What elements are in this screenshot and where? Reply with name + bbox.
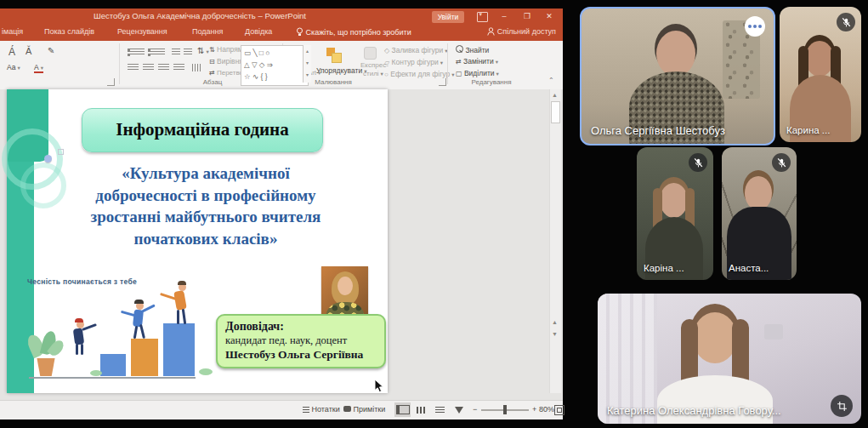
participant-tile-olga[interactable]: Ольга Сергіївна Шестобуз <box>580 7 775 146</box>
tell-me-box[interactable]: Скажіть, що потрібно зробити <box>296 27 411 37</box>
font-dialog-launcher-icon[interactable] <box>107 78 115 86</box>
collapse-ribbon-icon[interactable]: ⌃ <box>548 77 554 84</box>
decor-square <box>58 149 64 155</box>
minimize-button[interactable]: – <box>497 10 511 23</box>
justify-button[interactable] <box>173 64 184 71</box>
participant-name: Каріна ... <box>644 263 684 273</box>
participant-name: Анаста... <box>729 263 769 273</box>
previous-slide-button[interactable]: ▲ <box>549 317 560 328</box>
speaker-degree: кандидат пед. наук, доцент <box>225 334 377 347</box>
sign-in-button[interactable]: Увійти <box>432 11 464 23</box>
grow-font-button[interactable]: А́ <box>9 46 15 58</box>
speaker-info-box[interactable]: Доповідач: кандидат пед. наук, доцент Ше… <box>216 314 386 368</box>
shapes-gallery[interactable]: ▭ ╲ □ ○ △ ▽ ◇ ⇒ ☆ ∿ { } <box>241 45 309 86</box>
tab-review[interactable]: Рецензування <box>117 27 167 36</box>
share-button[interactable]: Спільний доступ <box>487 27 556 36</box>
drawing-dialog-launcher-icon[interactable] <box>439 78 446 86</box>
person-torso <box>173 290 187 311</box>
vertical-scrollbar[interactable] <box>549 89 561 393</box>
shape-fill-button[interactable]: ◇ Заливка фігури <box>384 46 448 54</box>
bullets-button[interactable] <box>128 49 145 56</box>
change-case-button[interactable]: Аа <box>7 63 20 71</box>
zoom-in-button[interactable]: + <box>532 405 536 414</box>
line-spacing-button[interactable]: ⇅ <box>197 46 209 55</box>
slide-subtitle[interactable]: «Культура академічної доброчесності в пр… <box>36 163 376 249</box>
photo-face <box>338 277 353 295</box>
powerpoint-window: Шестобуз Ольга Академічна доброчесність … <box>0 9 563 419</box>
quick-styles-button-line2[interactable]: стилі <box>363 70 383 77</box>
slide-sorter-view-button[interactable] <box>413 402 429 417</box>
fit-slide-to-window-button[interactable] <box>554 405 564 415</box>
reading-view-icon <box>435 407 445 414</box>
participant-tile-karina[interactable]: Каріна ... <box>637 147 713 280</box>
participant-tile-karyna[interactable]: Карина ... <box>780 7 861 142</box>
subtitle-line: «Культура академічної <box>36 163 376 185</box>
arrange-icon-overlay <box>332 53 342 63</box>
normal-view-button[interactable] <box>394 402 411 417</box>
mouse-cursor <box>374 379 384 393</box>
find-button[interactable]: Знайти <box>456 45 489 54</box>
person-arm <box>121 311 135 317</box>
decor-dot <box>44 155 52 163</box>
titlebar[interactable]: Шестобуз Ольга Академічна доброчесність … <box>0 9 563 25</box>
slide-sorter-icon <box>417 407 426 414</box>
slideshow-view-button[interactable] <box>451 402 467 417</box>
shape-outline-button[interactable]: ▱ Контур фігури <box>384 58 443 66</box>
slide-canvas[interactable]: Інформаційна година «Культура академічно… <box>7 89 388 393</box>
speaker-label: Доповідач: <box>225 320 377 334</box>
tab-help[interactable]: Довідка <box>245 27 272 36</box>
search-icon <box>456 45 463 53</box>
font-color-button[interactable]: А <box>34 63 43 73</box>
shrink-font-button[interactable]: А̌ <box>26 46 31 56</box>
zoom-out-button[interactable]: − <box>473 405 477 414</box>
shapes-gallery-scroll[interactable]: ▴▾▾ <box>303 45 311 83</box>
notes-icon <box>303 407 309 414</box>
mic-off-icon <box>689 153 707 172</box>
participant-name: Ольга Сергіївна Шестобуз <box>591 124 725 137</box>
person-cap <box>75 318 83 322</box>
columns-button[interactable] <box>192 64 201 71</box>
person-leg <box>76 344 78 355</box>
person-hair <box>134 300 144 304</box>
comments-button[interactable]: Примітки <box>343 405 385 414</box>
shapes-row[interactable]: ☆ ∿ { } <box>244 71 305 83</box>
align-center-button[interactable] <box>143 64 154 71</box>
person-leg <box>81 344 83 355</box>
normal-view-icon <box>396 405 410 414</box>
shape-effects-button[interactable]: ○ Ефекти для фігур <box>384 70 454 78</box>
tab-slideshow[interactable]: Показ слайдів <box>44 27 94 36</box>
participant-tile-anastasiia[interactable]: Анаста... <box>722 147 797 280</box>
scrollbar-thumb[interactable] <box>551 101 560 123</box>
arrange-button[interactable]: Упорядкувати <box>316 66 366 75</box>
shapes-row[interactable]: △ ▽ ◇ ⇒ <box>244 59 305 71</box>
format-painter-icon[interactable]: ✎ <box>48 46 54 55</box>
select-button[interactable]: ▢ Виділити <box>456 69 499 77</box>
lightbulb-icon <box>296 27 304 37</box>
replace-button[interactable]: ⇄ Замінити <box>456 57 498 66</box>
next-slide-button[interactable]: ▼ <box>549 329 560 340</box>
align-right-button[interactable] <box>158 64 169 71</box>
participant-head <box>656 31 695 77</box>
ribbon-tabs-bar: імація Показ слайдів Рецензування Поданн… <box>0 25 563 41</box>
notes-button[interactable]: Нотатки <box>303 405 340 414</box>
align-left-button[interactable] <box>128 64 139 71</box>
tab-view[interactable]: Подання <box>192 27 223 36</box>
zoom-slider-thumb[interactable] <box>503 405 507 414</box>
subtitle-line: початкових класів» <box>36 228 376 250</box>
tab-animation[interactable]: імація <box>2 27 23 36</box>
slide-title-box[interactable]: Інформаційна година <box>82 108 323 152</box>
shapes-row[interactable]: ▭ ╲ □ ○ <box>244 47 305 59</box>
scroll-up-button[interactable]: ▲ <box>549 90 560 100</box>
crop-icon[interactable] <box>831 395 853 417</box>
tell-me-label: Скажіть, що потрібно зробити <box>306 28 411 37</box>
numbering-button[interactable] <box>148 49 165 56</box>
reading-view-button[interactable] <box>432 402 448 417</box>
tile-options-button[interactable] <box>745 16 765 37</box>
close-button[interactable]: ✕ <box>542 10 556 23</box>
increase-indent-button[interactable] <box>184 49 192 56</box>
ribbon-display-options-icon[interactable] <box>477 12 488 22</box>
participant-tile-kateryna[interactable]: Катерина Олександрівна Говору... <box>598 294 861 424</box>
meeting-screen: Шестобуз Ольга Академічна доброчесність … <box>0 0 868 428</box>
restore-button[interactable]: ❐ <box>520 10 534 23</box>
decrease-indent-button[interactable] <box>172 49 180 56</box>
